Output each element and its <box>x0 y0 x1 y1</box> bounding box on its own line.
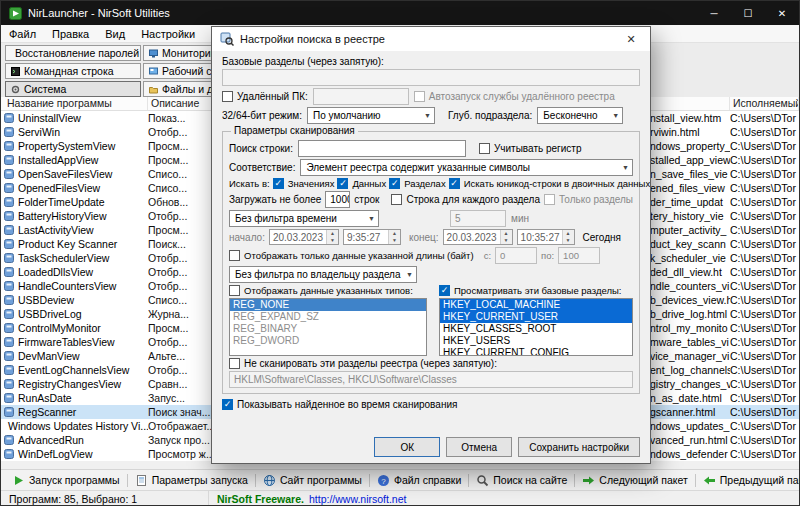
search-in-checkbox[interactable]: Разделах <box>389 178 445 189</box>
keys-only-checkbox[interactable]: Только разделы <box>544 194 633 205</box>
to-label: по: <box>541 250 554 261</box>
load-limit-label: Загружать не более <box>229 194 321 205</box>
case-sensitive-checkbox[interactable]: Учитывать регистр <box>479 143 582 154</box>
base-keys-listbox[interactable]: HKEY_LOCAL_MACHINEHKEY_CURRENT_USERHKEY_… <box>439 298 633 356</box>
today-button[interactable]: Сегодня <box>583 232 621 243</box>
list-item[interactable]: REG_BINARY <box>230 323 426 335</box>
load-limit-input[interactable]: 10000 <box>325 191 350 208</box>
start-time-input[interactable]: 9:35:27 ▲▼ <box>343 229 401 245</box>
ok-button[interactable]: ОК <box>374 437 440 457</box>
remote-pc-input[interactable] <box>313 88 409 105</box>
match-label: Соответствие: <box>229 162 295 173</box>
list-item[interactable]: HKEY_USERS <box>440 335 632 347</box>
program-icon <box>4 183 14 193</box>
match-select[interactable]: Элемент реестра содержит указанные симво… <box>300 159 633 176</box>
run-program-button[interactable]: Запуск программы <box>5 470 127 490</box>
value-types-listbox[interactable]: REG_NONEREG_EXPAND_SZREG_BINARYREG_DWORD <box>229 298 427 356</box>
program-help-file: stalled_app_view <box>650 154 730 166</box>
program-name: UninstallView <box>18 112 81 124</box>
remote-pc-checkbox[interactable]: Удалённый ПК: <box>222 91 308 102</box>
regscanner-search-options-dialog: Настройки поиска в реестре ✕ Базовые раз… <box>211 26 651 464</box>
prev-package-button[interactable]: Предыдущий пакет <box>696 470 800 490</box>
to-input[interactable]: 100 <box>558 247 600 264</box>
search-in-checkbox[interactable]: Данных <box>337 178 386 189</box>
list-item[interactable]: HKEY_CURRENT_USER <box>440 311 632 323</box>
run-settings-icon <box>135 474 148 487</box>
data-length-checkbox[interactable]: Отображать только данные указанной длины… <box>229 250 474 261</box>
dialog-close-icon[interactable]: ✕ <box>612 27 650 51</box>
list-item[interactable]: REG_NONE <box>230 299 426 311</box>
time-filter-select[interactable]: Без фильтра времени▼ <box>229 210 379 227</box>
save-settings-button[interactable]: Сохранить настройки <box>518 437 640 457</box>
search-in-checkbox[interactable]: Искать юникод-строки в двоичных данных <box>449 178 650 189</box>
cancel-button[interactable]: Отмена <box>446 437 512 457</box>
search-site-button[interactable]: Поиск на сайте <box>469 470 574 490</box>
program-icon <box>4 197 14 207</box>
run-settings-button[interactable]: Параметры запуска <box>128 470 255 490</box>
program-icon <box>4 127 14 137</box>
program-exe-path: C:\Users\DTor <box>730 210 799 222</box>
program-name: Windows Updates History Vi... <box>8 420 148 432</box>
end-time-input[interactable]: 10:35:27 ▲▼ <box>517 229 575 245</box>
help-file-button[interactable]: ? Файл справки <box>370 470 468 490</box>
exclude-keys-input[interactable]: HKLM\Software\Classes, HKCU\Software\Cla… <box>229 371 633 388</box>
from-input[interactable]: 0 <box>495 247 537 264</box>
program-help-file: der_time_updat <box>650 196 730 208</box>
program-icon <box>4 113 14 123</box>
maximize-button[interactable]: ☐ <box>731 1 765 25</box>
tab-command-line[interactable]: Командная строка <box>5 63 141 79</box>
spinner-icon[interactable]: ▲▼ <box>326 230 338 244</box>
menu-item[interactable]: Файл <box>1 25 44 42</box>
program-icon <box>4 337 14 347</box>
exclude-keys-checkbox[interactable]: Не сканировать эти разделы реестра (чере… <box>229 358 497 369</box>
program-help-file: b_drive_log.html <box>650 308 730 320</box>
menu-item[interactable]: Правка <box>44 25 97 42</box>
program-website-button[interactable]: Сайт программы <box>256 470 369 490</box>
menu-item[interactable]: Вид <box>97 25 133 42</box>
scan-parameters-group: Параметры сканирования Поиск строки: Учи… <box>222 131 640 394</box>
autostart-remote-checkbox[interactable]: Автозапуск службы удалённого реестра <box>414 91 615 102</box>
spinner-icon[interactable]: ▲▼ <box>562 230 574 244</box>
program-help-file: ened_files_view <box>650 182 730 194</box>
base-keys-input[interactable] <box>222 69 640 86</box>
program-exe-path: C:\Users\DTor <box>730 308 799 320</box>
list-item[interactable]: HKEY_LOCAL_MACHINE <box>440 299 632 311</box>
close-button[interactable]: ✕ <box>765 1 799 25</box>
minimize-button[interactable]: ─ <box>697 1 731 25</box>
column-header-help[interactable] <box>650 97 730 110</box>
program-exe-path: C:\Users\DTor <box>730 406 799 418</box>
column-header-exe[interactable]: Исполняемый <box>730 97 799 110</box>
list-item[interactable]: HKEY_CLASSES_ROOT <box>440 323 632 335</box>
program-exe-path: C:\Users\DTor <box>730 126 799 138</box>
registry-search-icon <box>220 32 234 46</box>
next-package-button[interactable]: Следующий пакет <box>575 470 694 490</box>
console-icon <box>11 67 20 76</box>
menu-item[interactable]: Настройки <box>133 25 203 42</box>
program-help-file: vice_manager_vi <box>650 350 730 362</box>
time-minutes-input[interactable]: 5 <box>450 210 506 227</box>
row-per-key-checkbox[interactable]: Строка для каждого раздела <box>391 194 540 205</box>
subkey-depth-select[interactable]: Бесконечно▼ <box>537 107 623 124</box>
column-header-name[interactable]: Название программы <box>4 97 148 110</box>
list-item[interactable]: REG_DWORD <box>230 335 426 347</box>
end-date-input[interactable]: 20.03.2023 ▲▼ <box>443 229 513 245</box>
list-item[interactable]: HKEY_CURRENT_CONFIG <box>440 347 632 356</box>
nirsoft-link[interactable]: http://www.nirsoft.net <box>309 493 406 505</box>
program-icon <box>4 379 14 389</box>
spinner-icon[interactable]: ▲▼ <box>500 230 512 244</box>
list-item[interactable]: REG_EXPAND_SZ <box>230 311 426 323</box>
owner-filter-select[interactable]: Без фильтра по владельцу раздела▼ <box>229 266 417 283</box>
program-help-file: rviwin.html <box>650 126 730 138</box>
spinner-icon[interactable]: ▲▼ <box>388 230 400 244</box>
tab-password-recovery[interactable]: Восстановление паролей <box>5 45 141 61</box>
group-title: Параметры сканирования <box>231 125 358 136</box>
show-found-checkbox[interactable]: Показывать найденное во время сканирован… <box>222 399 457 410</box>
search-in-checkbox[interactable]: Значениях <box>273 178 335 189</box>
search-string-input[interactable] <box>298 140 466 157</box>
scan-base-keys-checkbox[interactable]: Просматривать эти базовые разделы: <box>439 285 621 296</box>
show-types-checkbox[interactable]: Отображать данные указанных типов: <box>229 285 427 296</box>
desktop-icon <box>149 67 158 76</box>
tab-system[interactable]: Система <box>5 81 141 97</box>
start-date-input[interactable]: 20.03.2023 ▲▼ <box>269 229 339 245</box>
bit-mode-select[interactable]: По умолчанию▼ <box>307 107 435 124</box>
